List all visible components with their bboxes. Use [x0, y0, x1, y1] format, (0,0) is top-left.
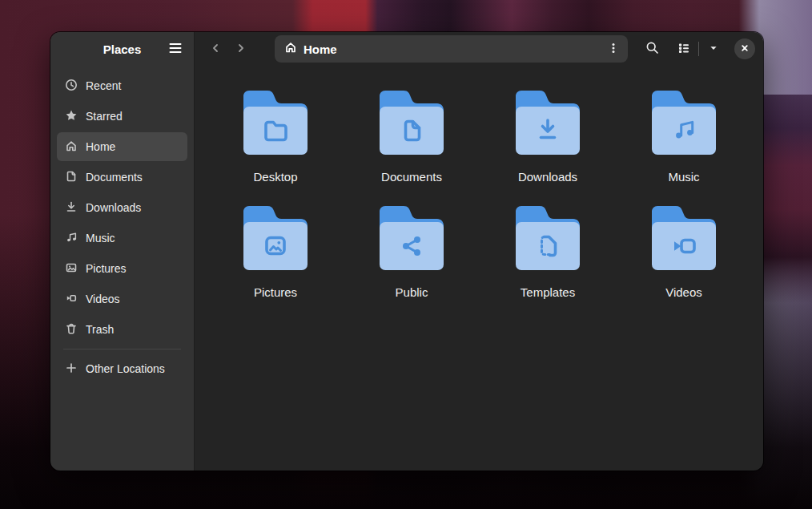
folder-public[interactable]: Public: [344, 206, 480, 301]
sidebar-item-starred[interactable]: Starred: [57, 102, 187, 131]
chevron-right-icon: [235, 42, 247, 57]
sidebar-item-label: Other Locations: [86, 362, 165, 375]
window-close-button[interactable]: [734, 38, 755, 59]
current-location-label: Home: [303, 42, 602, 56]
folder-icon: [652, 91, 716, 158]
download-icon: [65, 200, 78, 216]
image-icon: [65, 261, 78, 277]
folder-name: Public: [396, 285, 428, 301]
sidebar-item-label: Downloads: [86, 201, 141, 214]
forward-button[interactable]: [228, 36, 254, 62]
sidebar-item-label: Documents: [86, 171, 143, 184]
folder-pictures[interactable]: Pictures: [207, 206, 344, 301]
sidebar-item-downloads[interactable]: Downloads: [57, 193, 187, 222]
folder-icon: [652, 206, 716, 273]
trash-icon: [65, 322, 78, 337]
folder-name: Desktop: [253, 169, 297, 185]
folder-templates[interactable]: Templates: [480, 206, 616, 301]
sidebar-separator: [63, 349, 181, 349]
chevron-left-icon: [209, 42, 222, 57]
hamburger-menu-icon: [169, 42, 182, 56]
sidebar-item-label: Recent: [86, 79, 121, 92]
recent-clock-icon: [65, 79, 78, 94]
folder-name: Documents: [381, 169, 442, 185]
music-note-icon: [65, 231, 78, 246]
sidebar-item-label: Trash: [86, 323, 114, 336]
video-camera-icon: [65, 292, 78, 307]
view-toggle-group: [671, 36, 726, 62]
folder-icon: [380, 91, 444, 158]
sidebar-item-recent[interactable]: Recent: [57, 71, 187, 100]
folder-name: Templates: [521, 285, 575, 301]
folder-name: Pictures: [254, 285, 297, 301]
sidebar: Places Recent S: [50, 32, 195, 471]
sidebar-item-pictures[interactable]: Pictures: [57, 254, 187, 283]
sidebar-item-label: Videos: [86, 293, 120, 305]
file-grid: Desktop Documents: [195, 66, 763, 471]
folder-name: Videos: [665, 285, 702, 301]
sidebar-list: Recent Starred Home: [50, 66, 194, 385]
folder-icon: [516, 91, 580, 158]
folder-music[interactable]: Music: [616, 91, 752, 185]
close-icon: [739, 42, 750, 56]
main-pane: Home: [195, 32, 763, 471]
home-icon: [284, 41, 297, 57]
folder-icon: [243, 206, 308, 273]
main-menu-button[interactable]: [163, 38, 187, 60]
list-view-button[interactable]: [671, 36, 697, 62]
back-button[interactable]: [203, 36, 228, 62]
chevron-down-icon: [708, 42, 719, 56]
location-menu-button[interactable]: [602, 38, 625, 60]
headerbar: Home: [195, 32, 763, 66]
sidebar-item-label: Home: [86, 140, 115, 153]
toolbar-divider: [698, 42, 699, 56]
folder-name: Music: [668, 169, 699, 185]
folder-icon: [243, 91, 308, 158]
sidebar-item-label: Pictures: [86, 262, 127, 275]
pathbar[interactable]: Home: [275, 35, 628, 63]
files-window: Places Recent S: [50, 32, 763, 471]
plus-icon: [65, 362, 78, 377]
desktop: Places Recent S: [0, 0, 812, 509]
sidebar-item-music[interactable]: Music: [57, 224, 187, 252]
list-view-icon: [677, 42, 690, 57]
document-icon: [65, 170, 78, 185]
sidebar-item-label: Music: [86, 232, 115, 244]
folder-desktop[interactable]: Desktop: [207, 91, 344, 185]
folder-downloads[interactable]: Downloads: [480, 91, 616, 185]
sidebar-item-trash[interactable]: Trash: [57, 315, 187, 344]
folder-icon: [516, 206, 580, 273]
sidebar-item-home[interactable]: Home: [57, 132, 187, 161]
view-options-dropdown-button[interactable]: [701, 36, 726, 62]
sidebar-item-label: Starred: [86, 110, 123, 123]
folder-documents[interactable]: Documents: [344, 91, 480, 185]
sidebar-title: Places: [103, 42, 142, 56]
wallpaper-facet: [763, 95, 812, 303]
folder-name: Downloads: [518, 169, 577, 185]
sidebar-item-videos[interactable]: Videos: [57, 285, 187, 313]
sidebar-item-documents[interactable]: Documents: [57, 163, 187, 192]
search-icon: [645, 41, 659, 57]
star-icon: [65, 109, 78, 124]
more-vertical-icon: [607, 42, 620, 57]
folder-icon: [380, 206, 444, 273]
search-button[interactable]: [639, 36, 665, 62]
home-icon: [65, 139, 78, 155]
sidebar-item-other-locations[interactable]: Other Locations: [57, 354, 187, 383]
folder-videos[interactable]: Videos: [616, 206, 752, 301]
sidebar-header: Places: [50, 32, 194, 66]
